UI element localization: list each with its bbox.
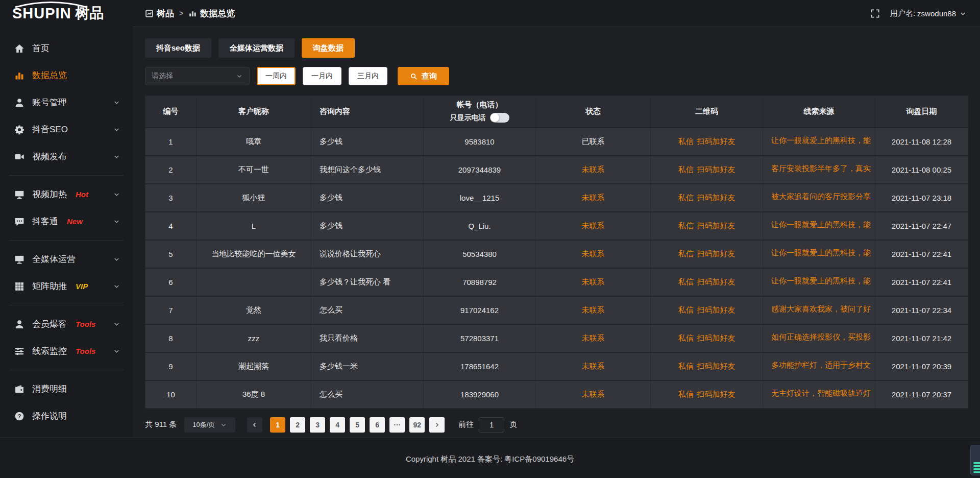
period-button-1[interactable]: 一月内 [303,67,341,85]
sidebar-item[interactable]: 视频加热Hot [0,181,133,208]
floating-widget[interactable] [970,445,980,475]
cell-number: 3 [145,184,197,212]
sidebar-item[interactable]: 账号管理 [0,89,133,116]
breadcrumb-root-label: 树品 [157,8,174,19]
gear-icon [14,125,24,135]
cell-nickname: 不可一世 [197,156,311,184]
page-button-3[interactable]: 3 [310,417,325,433]
person-icon [14,319,24,329]
username-value: zswodun88 [917,9,956,18]
scan-add-friend-link[interactable]: 扫码加好友 [697,193,736,203]
goto-page: 前往 页 [458,417,517,433]
breadcrumb-item-current[interactable]: 数据总览 [188,8,235,19]
chevron-down-icon [113,218,120,225]
sidebar-item[interactable]: 抖客通New [0,208,133,235]
private-message-link[interactable]: 私信 [678,305,694,315]
sidebar-item[interactable]: 数据总览 [0,62,133,89]
topbar: SHUPIN 树品 树品 > 数据总览 用户名: zswodun88 [0,0,980,27]
page-button-5[interactable]: 5 [350,417,365,433]
next-page-button[interactable] [429,417,445,433]
sidebar-item[interactable]: 首页 [0,35,133,62]
table-row: 3狐小狸多少钱love__1215未联系私信扫码加好友被大家追着问的客厅投影分享… [145,184,968,212]
sidebar-item-label: 视频加热 [32,188,67,200]
scan-add-friend-link[interactable]: 扫码加好友 [697,390,736,399]
private-message-link[interactable]: 私信 [678,333,694,343]
chevron-down-icon [220,421,227,428]
sidebar-item[interactable]: 抖音SEO [0,116,133,143]
column-header: 咨询内容 [311,96,424,128]
tab-0[interactable]: 抖音seo数据 [145,38,211,58]
sidebar-item[interactable]: 矩阵助推VIP [0,273,133,300]
sidebar-item[interactable]: 全媒体运营 [0,246,133,273]
scan-add-friend-link[interactable]: 扫码加好友 [697,333,736,343]
private-message-link[interactable]: 私信 [678,221,694,231]
scan-add-friend-link[interactable]: 扫码加好友 [697,249,736,259]
logo-arc [13,2,89,8]
scan-add-friend-link[interactable]: 扫码加好友 [697,221,736,231]
tab-1[interactable]: 全媒体运营数据 [218,38,295,58]
page-button-6[interactable]: 6 [370,417,385,433]
private-message-link[interactable]: 私信 [678,277,694,287]
period-button-0[interactable]: 一周内 [257,67,296,85]
video-icon [14,152,24,162]
sidebar-item-label: 矩阵助推 [32,280,67,292]
cell-qr: 私信扫码加好友 [651,352,763,380]
scan-add-friend-link[interactable]: 扫码加好友 [697,362,736,371]
user-menu[interactable]: 用户名: zswodun88 [890,9,967,18]
sidebar: 首页数据总览账号管理抖音SEO视频发布视频加热Hot抖客通New全媒体运营矩阵助… [0,27,133,437]
search-button[interactable]: 查询 [398,67,449,85]
goto-page-input[interactable] [479,417,504,433]
page-button-1[interactable]: 1 [270,417,285,433]
lead-source-link[interactable]: 多功能护栏灯，适用于乡村文... [771,361,871,370]
page-size-select[interactable]: 10条/页 [184,417,235,433]
copyright-text: Copyright 树品 2021 备案号: 粤ICP备09019646号 [406,455,574,478]
sidebar-item[interactable]: 消费明细 [0,375,133,402]
sidebar-item[interactable]: 线索监控Tools [0,338,133,365]
scan-add-friend-link[interactable]: 扫码加好友 [697,277,736,287]
lead-source-link[interactable]: 让你一眼就爱上的黑科技，能... [771,136,871,146]
private-message-link[interactable]: 私信 [678,249,694,259]
lead-source-link[interactable]: 无主灯设计，智能磁吸轨道灯... [771,389,871,398]
sidebar-item[interactable]: 视频发布 [0,143,133,170]
cell-status: 未联系 [536,184,651,212]
page-number-buttons: 123456···92 [270,417,425,433]
sidebar-item-label: 操作说明 [32,410,67,422]
fullscreen-icon[interactable] [870,9,880,18]
page-button-4[interactable]: 4 [330,417,345,433]
lead-source-link[interactable]: 客厅安装投影半年多了，真实... [771,164,871,174]
sidebar-item-label: 线索监控 [32,345,67,357]
lead-source-link[interactable]: 如何正确选择投影仪，买投影... [771,332,871,342]
scan-add-friend-link[interactable]: 扫码加好友 [697,305,736,315]
lead-source-link[interactable]: 让你一眼就爱上的黑科技，能... [771,220,871,230]
cell-nickname: 当地比较能吃的一位美女 [197,240,311,268]
lead-source-link[interactable]: 被大家追着问的客厅投影分享... [771,192,871,202]
account-select[interactable]: 请选择 [145,67,250,85]
page-button-92[interactable]: 92 [409,417,425,433]
lead-source-link[interactable]: 让你一眼就爱上的黑科技，能... [771,276,871,286]
private-message-link[interactable]: 私信 [678,193,694,203]
private-message-link[interactable]: 私信 [678,137,694,147]
cell-date: 2021-11-07 22:47 [875,212,968,240]
phone-only-switch[interactable] [490,113,509,123]
sidebar-item-label: 消费明细 [32,383,67,395]
cell-nickname: 狐小狸 [197,184,311,212]
breadcrumb-separator: > [179,9,183,17]
scan-add-friend-link[interactable]: 扫码加好友 [697,165,736,175]
page-button-2[interactable]: 2 [290,417,305,433]
sidebar-item[interactable]: 会员爆客Tools [0,310,133,338]
prev-page-button[interactable] [247,417,262,433]
breadcrumb-item-root[interactable]: 树品 [145,8,174,19]
sidebar-item[interactable]: ?操作说明 [0,402,133,429]
private-message-link[interactable]: 私信 [678,362,694,371]
period-button-2[interactable]: 三月内 [349,67,387,85]
private-message-link[interactable]: 私信 [678,165,694,175]
cell-date: 2021-11-07 22:41 [875,268,968,296]
status-badge: 已联系 [582,137,605,146]
lead-source-link[interactable]: 感谢大家喜欢我家，被问了好... [771,304,871,314]
pagination-more[interactable]: ··· [389,417,405,433]
scan-add-friend-link[interactable]: 扫码加好友 [697,137,736,147]
table-row: 1哦章多少钱9583810已联系私信扫码加好友让你一眼就爱上的黑科技，能...2… [145,128,968,156]
private-message-link[interactable]: 私信 [678,390,694,399]
lead-source-link[interactable]: 让你一眼就爱上的黑科技，能... [771,248,871,258]
tab-2[interactable]: 询盘数据 [302,38,355,58]
